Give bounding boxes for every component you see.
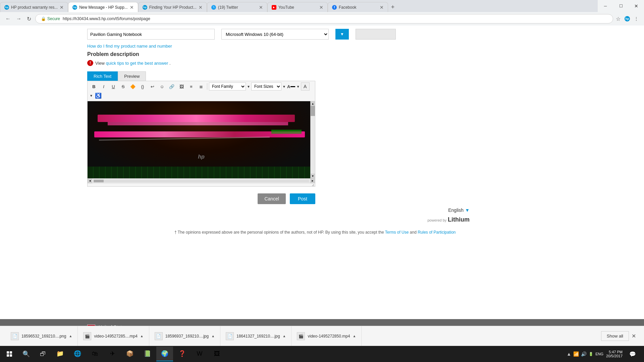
product-input[interactable] <box>87 29 215 40</box>
tab-close-icon[interactable]: ✕ <box>60 5 64 10</box>
taskbar-up-arrow-icon[interactable]: ▲ <box>567 351 571 357</box>
download-chevron-3[interactable]: ▲ <box>211 334 215 338</box>
tab-hp-warranty[interactable]: hp HP product warranty res... ✕ <box>0 2 68 12</box>
download-chevron-2[interactable]: ▲ <box>140 334 144 338</box>
close-button[interactable]: ✕ <box>629 0 644 12</box>
emoji-button[interactable]: ☺ <box>158 82 166 90</box>
language-selector[interactable]: English ▼ <box>87 207 470 213</box>
scroll-right-arrow[interactable]: ► <box>310 179 315 183</box>
text-color-button[interactable]: A <box>287 82 296 90</box>
taskbar-dropbox-button[interactable]: 📦 <box>121 347 138 361</box>
terms-of-use-link[interactable]: Terms of Use <box>385 230 409 235</box>
tab-facebook[interactable]: f Facebook ✕ <box>328 2 388 12</box>
tab-close-3-icon[interactable]: ✕ <box>199 5 203 10</box>
tab-close-facebook-icon[interactable]: ✕ <box>380 5 384 10</box>
hscroll-thumb[interactable] <box>94 180 104 182</box>
italic-button[interactable]: I <box>99 82 108 90</box>
twitter-favicon: 𝕏 <box>211 5 216 10</box>
download-file-icon-2: 🎬 <box>83 332 91 340</box>
new-tab-button[interactable]: + <box>388 2 397 12</box>
find-product-row: How do I find my product name and number <box>87 44 557 49</box>
taskbar-explorer-button[interactable]: 📁 <box>52 347 68 361</box>
url-input[interactable]: 🔒 Secure https://h30434.www3.hp.com/t5/f… <box>35 14 613 23</box>
code-button[interactable]: {} <box>138 82 147 90</box>
rules-of-participation-link[interactable]: Rules of Participation <box>418 230 455 235</box>
downloads-close-icon[interactable]: ✕ <box>629 330 639 342</box>
hp-logo-button[interactable]: hp <box>625 16 630 21</box>
tab-close-twitter-icon[interactable]: ✕ <box>259 5 263 10</box>
taskbar-network-icon[interactable]: 📶 <box>573 351 579 357</box>
editor-content-area[interactable]: hp ▲ ▼ <box>88 101 315 178</box>
taskbar-notification-button[interactable]: 💬 <box>625 347 640 361</box>
font-family-arrow[interactable]: ▼ <box>247 85 250 88</box>
taskbar-chrome-button[interactable]: 🌍 <box>156 347 173 361</box>
forward-button[interactable]: → <box>15 14 23 23</box>
taskbar-edge-button[interactable]: 🌐 <box>69 347 86 361</box>
start-button[interactable] <box>1 346 17 362</box>
tab-close-youtube-icon[interactable]: ✕ <box>319 5 323 10</box>
scroll-left-arrow[interactable]: ◄ <box>88 179 92 183</box>
strikethrough-button[interactable]: S <box>119 82 127 90</box>
taskbar-volume-icon[interactable]: 🔊 <box>581 351 587 357</box>
browser-menu-button[interactable]: ⋮ <box>633 15 640 23</box>
bookmark-button[interactable]: ☆ <box>616 16 621 22</box>
taskbar-task-view-button[interactable]: 🗗 <box>35 346 51 362</box>
tab-youtube[interactable]: ▶ YouTube ✕ <box>267 2 328 12</box>
ordered-list-button[interactable]: ≡ <box>187 82 196 90</box>
bold-button[interactable]: B <box>90 82 98 90</box>
tab-twitter[interactable]: 𝕏 (19) Twitter ✕ <box>207 2 267 12</box>
download-chevron-5[interactable]: ▲ <box>353 334 356 338</box>
text-color-arrow[interactable]: ▼ <box>297 85 300 88</box>
scroll-up-arrow[interactable]: ▲ <box>311 101 315 106</box>
post-button[interactable]: Post <box>290 193 315 204</box>
accessibility-button[interactable]: ♿ <box>94 92 103 100</box>
quick-tips-link[interactable]: quick tips to get the best answer <box>106 61 168 66</box>
scroll-down-arrow[interactable]: ▼ <box>311 174 315 178</box>
horizontal-scrollbar[interactable]: ◄ ► <box>88 178 315 183</box>
bg-color-button[interactable]: A <box>301 82 310 90</box>
font-family-dropdown[interactable]: Font Family <box>209 82 246 90</box>
vertical-scrollbar[interactable]: ▲ ▼ <box>310 101 315 178</box>
os-dropdown-arrow[interactable]: ▼ <box>335 29 349 40</box>
taskbar-photos-button[interactable]: 🖼 <box>209 347 225 361</box>
taskbar-clock[interactable]: 5:47 PM 20/5/2017 <box>606 350 623 358</box>
download-name-3: 18596937_169210....jpg <box>165 334 209 339</box>
tab-new-message[interactable]: hp New Message - HP Supp... ✕ <box>68 2 138 12</box>
os-select[interactable]: Microsoft Windows 10 (64-bit) <box>221 29 329 40</box>
taskbar-help-button[interactable]: ❓ <box>174 347 191 361</box>
find-product-link[interactable]: How do I find my product name and number <box>87 44 172 49</box>
taskbar-search-button[interactable]: 🔍 <box>18 346 34 362</box>
download-chevron-4[interactable]: ▲ <box>283 334 286 338</box>
cancel-button[interactable]: Cancel <box>258 193 286 204</box>
bg-color-arrow[interactable]: ▼ <box>90 94 93 98</box>
editor-resize-handle[interactable]: ⊿ <box>88 183 315 186</box>
taskbar-tripadvisor-button[interactable]: ✈ <box>104 347 121 361</box>
unordered-list-button[interactable]: ≣ <box>197 82 205 90</box>
download-chevron-1[interactable]: ▲ <box>69 334 72 338</box>
highlight-button[interactable]: 🔶 <box>128 82 137 90</box>
chevron-down-icon: ▼ <box>340 32 344 37</box>
back-button[interactable]: ← <box>4 14 12 23</box>
underline-button[interactable]: U <box>109 82 118 90</box>
taskbar-store-button[interactable]: 🛍 <box>87 347 103 361</box>
maximize-button[interactable]: ☐ <box>613 0 629 12</box>
link-button[interactable]: 🔗 <box>167 82 176 90</box>
scroll-thumb[interactable] <box>311 106 315 116</box>
tab-rich-text[interactable]: Rich Text <box>87 71 118 81</box>
tab-finding-product[interactable]: hp Finding Your HP Product... ✕ <box>138 2 207 12</box>
image-button[interactable]: 🖼 <box>177 82 186 90</box>
editor-toolbar: B I U S 🔶 {} ↩ ☺ 🔗 🖼 ≡ ≣ <box>88 81 315 101</box>
tab-close-active-icon[interactable]: ✕ <box>130 5 134 10</box>
font-size-dropdown[interactable]: Font Sizes <box>251 82 281 90</box>
taskbar-app6-button[interactable]: 📗 <box>139 347 156 361</box>
refresh-button[interactable]: ↻ <box>25 14 33 23</box>
rich-text-editor: B I U S 🔶 {} ↩ ☺ 🔗 🖼 ≡ ≣ <box>87 81 315 187</box>
minimize-button[interactable]: ─ <box>598 0 613 12</box>
font-size-arrow[interactable]: ▼ <box>282 85 286 88</box>
undo-button[interactable]: ↩ <box>148 82 157 90</box>
taskbar-word-button[interactable]: W <box>191 347 208 361</box>
tab-preview[interactable]: Preview <box>118 71 146 81</box>
taskbar-lang-text[interactable]: ENG <box>595 352 603 356</box>
additional-field[interactable] <box>356 29 396 40</box>
show-all-button[interactable]: Show all <box>601 331 629 341</box>
